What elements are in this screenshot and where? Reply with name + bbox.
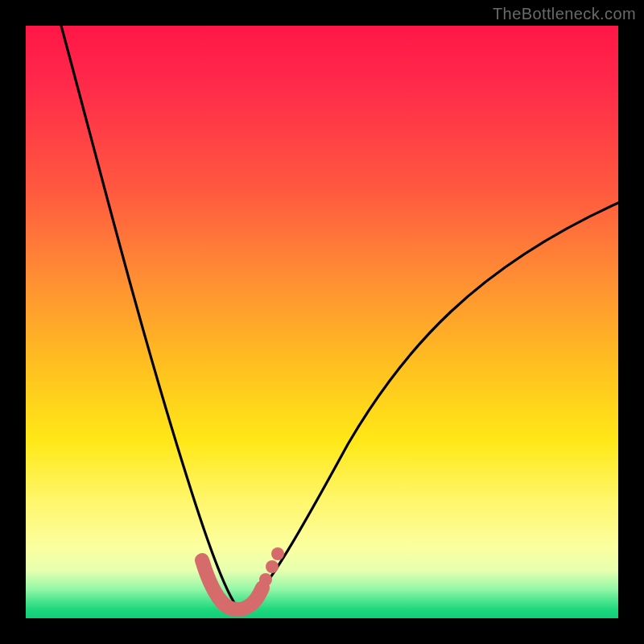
marker-dot: [271, 547, 284, 560]
marker-dot: [259, 573, 272, 586]
chart-curves: [26, 26, 618, 618]
bottleneck-curve: [61, 26, 618, 608]
watermark-text: TheBottleneck.com: [493, 5, 636, 23]
chart-frame: TheBottleneck.com: [0, 0, 644, 644]
marker-dot: [266, 560, 279, 573]
valley-marker: [202, 560, 262, 609]
